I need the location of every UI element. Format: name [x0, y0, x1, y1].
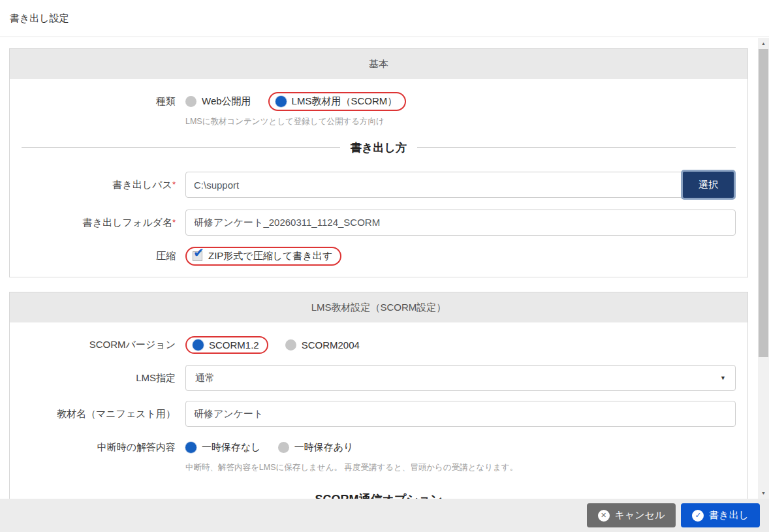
type-help-text: LMSに教材コンテンツとして登録して公開する方向け: [185, 116, 736, 127]
scorm-options-divider: SCORM通信オプション: [22, 492, 736, 499]
zip-label: 圧縮: [22, 245, 176, 266]
dialog-footer: ✕ キャンセル ✓ 書き出し: [0, 499, 769, 532]
radio-temp-save-label: 一時保存あり: [294, 441, 354, 454]
caret-down-icon: ▼: [720, 375, 726, 381]
annotation-lms-scorm: LMS教材用（SCORM）: [268, 92, 407, 111]
radio-on-icon: [275, 96, 287, 107]
radio-lms-scorm-label: LMS教材用（SCORM）: [292, 95, 398, 108]
settings-scroll-area: 基本 種類 Web公開用 LMS教材用（SCORM）: [0, 38, 758, 499]
page-title: 書き出し設定: [10, 12, 69, 25]
browse-button[interactable]: 選択: [681, 170, 736, 200]
vertical-scrollbar[interactable]: ▲ ▼: [758, 38, 769, 499]
checkbox-checked-icon: ✔: [193, 251, 202, 261]
export-method-divider-label: 書き出し方: [351, 140, 407, 155]
scroll-up-icon[interactable]: ▲: [758, 38, 769, 49]
scrollbar-thumb[interactable]: [759, 49, 768, 357]
type-label: 種類: [22, 91, 176, 112]
scorm-version-label: SCORMバージョン: [22, 334, 176, 355]
circle-x-icon: ✕: [598, 510, 610, 522]
lms-section: LMS教材設定（SCORM設定） SCORMバージョン SCORM1.2: [9, 292, 748, 499]
lms-designation-label: LMS指定: [22, 368, 176, 388]
radio-on-icon: [185, 442, 196, 453]
lms-designation-value: 通常: [195, 372, 215, 384]
radio-no-temp-save[interactable]: 一時保存なし: [185, 441, 261, 454]
export-folder-input[interactable]: [185, 210, 736, 236]
circle-check-icon: ✓: [692, 510, 704, 522]
radio-off-icon: [185, 96, 196, 107]
cancel-button-label: キャンセル: [615, 509, 665, 522]
radio-on-icon: [193, 339, 204, 351]
material-name-row: 教材名（マニフェスト用）: [22, 401, 736, 427]
material-name-label: 教材名（マニフェスト用）: [22, 403, 176, 424]
zip-row: 圧縮 ✔ ZIP形式で圧縮して書き出す: [22, 245, 736, 266]
radio-temp-save[interactable]: 一時保存あり: [278, 441, 354, 454]
export-button[interactable]: ✓ 書き出し: [681, 503, 760, 527]
required-asterisk: *: [172, 217, 176, 227]
basic-section-header: 基本: [10, 49, 747, 79]
required-asterisk: *: [172, 180, 176, 189]
annotation-zip-checkbox: ✔ ZIP形式で圧縮して書き出す: [185, 247, 341, 266]
export-button-label: 書き出し: [709, 509, 749, 522]
radio-scorm2004[interactable]: SCORM2004: [285, 339, 360, 351]
export-folder-label: 書き出しフォルダ名*: [22, 212, 176, 233]
scorm-version-row: SCORMバージョン SCORM1.2 SCORM2004: [22, 334, 736, 355]
radio-no-temp-save-label: 一時保存なし: [202, 441, 261, 454]
suspend-answer-row: 中断時の解答内容 一時保存なし 一時保存あり 中断時、解答内容をLMSに保存しま…: [22, 437, 736, 473]
basic-section: 基本 種類 Web公開用 LMS教材用（SCORM）: [9, 48, 748, 277]
cancel-button[interactable]: ✕ キャンセル: [587, 503, 676, 527]
radio-web-publish-label: Web公開用: [202, 95, 251, 108]
annotation-scorm12: SCORM1.2: [185, 336, 268, 354]
lms-designation-select[interactable]: 通常 ▼: [185, 365, 736, 391]
radio-lms-scorm[interactable]: LMS教材用（SCORM）: [275, 95, 398, 108]
lms-designation-row: LMS指定 通常 ▼: [22, 365, 736, 391]
scorm-options-divider-label: SCORM通信オプション: [315, 492, 442, 499]
export-folder-row: 書き出しフォルダ名*: [22, 210, 736, 236]
suspend-answer-label: 中断時の解答内容: [22, 437, 176, 458]
export-path-label: 書き出しパス*: [22, 174, 176, 195]
export-method-divider: 書き出し方: [22, 140, 736, 155]
radio-web-publish[interactable]: Web公開用: [185, 95, 251, 108]
radio-scorm2004-label: SCORM2004: [302, 339, 360, 351]
type-row: 種類 Web公開用 LMS教材用（SCORM）: [22, 91, 736, 127]
zip-checkbox-label: ZIP形式で圧縮して書き出す: [208, 250, 332, 262]
zip-checkbox[interactable]: ✔ ZIP形式で圧縮して書き出す: [193, 250, 332, 262]
dialog-titlebar: 書き出し設定: [0, 0, 769, 37]
scroll-down-icon[interactable]: ▼: [758, 488, 769, 499]
material-name-input[interactable]: [185, 401, 736, 427]
radio-scorm12-label: SCORM1.2: [209, 339, 259, 351]
export-path-row: 書き出しパス* 選択: [22, 170, 736, 200]
radio-off-icon: [285, 339, 296, 351]
radio-scorm12[interactable]: SCORM1.2: [193, 339, 259, 351]
radio-off-icon: [278, 442, 289, 453]
export-path-input[interactable]: [185, 172, 683, 198]
lms-section-header: LMS教材設定（SCORM設定）: [10, 292, 747, 322]
suspend-help-text: 中断時、解答内容をLMSに保存しません。 再度受講すると、冒頭からの受講となりま…: [185, 462, 736, 473]
